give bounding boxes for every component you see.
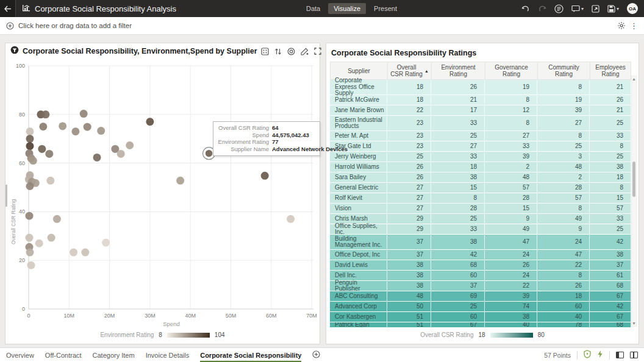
sort-icon[interactable] <box>274 48 282 55</box>
panel-split-layout-icon[interactable] <box>630 352 638 358</box>
mode-tab-data[interactable]: Data <box>301 3 326 14</box>
column-header-overall-csr-rating[interactable]: Overall CSR Rating▲ <box>388 62 432 79</box>
table-row[interactable]: General Electric271557288 <box>330 183 631 193</box>
table-row[interactable]: Eastern Industrial Products233382725 <box>330 116 631 131</box>
tooltip-row: Overall CSR Rating64 <box>216 124 315 132</box>
undo-icon[interactable] <box>521 5 530 12</box>
rating-cell: 42 <box>431 250 485 260</box>
supplier-cell: Building Management Inc. <box>330 235 387 249</box>
sort-asc-icon: ▲ <box>424 68 429 74</box>
quality-badge-icon[interactable] <box>584 350 591 361</box>
panel-left-layout-icon[interactable] <box>616 352 624 358</box>
redo-icon[interactable] <box>538 5 546 12</box>
chart-filter-icon[interactable] <box>10 46 19 57</box>
app-title: Corporate Social Responsibility Analysis <box>35 4 176 13</box>
add-sheet-icon[interactable] <box>312 350 320 360</box>
column-header-governance-rating[interactable]: Governance Rating <box>485 62 538 79</box>
scroll-handle[interactable] <box>5 185 7 207</box>
table-row[interactable]: Jerry Weinberg253339325 <box>330 152 631 162</box>
table-row[interactable]: Star Gate Ltd232733258 <box>330 141 631 152</box>
table-row[interactable]: Harrold Williams261824838 <box>330 162 631 172</box>
edit-icon[interactable] <box>301 48 309 55</box>
top-app-bar: Corporate Social Responsibility Analysis… <box>0 0 644 17</box>
sheet-tab-off-contract[interactable]: Off-Contract <box>45 348 82 362</box>
table-row[interactable]: ABC Consulting4869391867 <box>330 291 631 302</box>
data-grid-icon[interactable] <box>261 48 269 55</box>
rating-cell: 21 <box>431 95 485 105</box>
table-row[interactable]: Cor Kasbergen5160384067 <box>330 312 631 322</box>
rating-cell: 50 <box>387 302 431 311</box>
table-row[interactable]: Sara Bailey263848218 <box>330 172 631 183</box>
bolt-icon[interactable] <box>597 350 603 361</box>
settings-gear-icon[interactable] <box>617 21 626 30</box>
rating-cell: 22 <box>387 105 431 115</box>
filter-placeholder-text[interactable]: Click here or drag data to add a filter <box>18 22 132 29</box>
rating-cell: 24 <box>485 250 537 260</box>
rating-cell: 26 <box>590 95 631 105</box>
rating-cell: 40 <box>537 312 590 322</box>
history-icon[interactable] <box>554 4 564 13</box>
supplier-cell: Patrick McGwire <box>330 95 387 105</box>
target-icon[interactable] <box>287 48 295 55</box>
rating-cell: 37 <box>387 250 431 260</box>
rating-cell: 37 <box>387 235 431 249</box>
sheet-tab-corporate-social-responsibility[interactable]: Corporate Social Responsibility <box>200 348 301 362</box>
rating-cell: 57 <box>590 204 631 213</box>
add-filter-icon[interactable] <box>6 22 14 30</box>
open-in-window-icon[interactable] <box>592 5 599 13</box>
sheet-tab-overview[interactable]: Overview <box>6 348 34 362</box>
tooltip-row: Environment Rating77 <box>216 138 315 146</box>
table-color-legend: Overall CSR Rating 18 80 <box>326 332 639 338</box>
rating-cell: 48 <box>537 162 590 172</box>
table-row[interactable]: Office Supplies, Inc.293349925 <box>330 224 631 235</box>
table-row[interactable]: Peter M. Apt232527833 <box>330 131 631 141</box>
table-row[interactable]: Office Depot, Inc3742244738 <box>330 250 631 260</box>
tooltip-row: Spend44,575,042.43 <box>216 132 315 139</box>
rating-cell: 23 <box>387 116 431 130</box>
table-row[interactable]: Rolf Kievit278285715 <box>330 193 631 204</box>
rating-cell: 26 <box>431 80 485 94</box>
rating-cell: 40 <box>485 322 537 327</box>
scrollbar-thumb[interactable] <box>632 161 635 197</box>
supplier-cell: Office Depot, Inc <box>330 250 387 260</box>
column-header-environment-rating[interactable]: Environment Rating <box>432 62 485 79</box>
table-row[interactable]: Building Management Inc.3738472442 <box>330 235 631 250</box>
rating-cell: 21 <box>590 105 631 115</box>
scatter-plot[interactable]: 010M20M30M40M50M60M70M020406080100Spend <box>5 59 321 328</box>
sheet-tab-invoice-details[interactable]: Invoice Details <box>146 348 190 362</box>
table-scrollbar[interactable]: ▲ ▼ <box>631 76 637 327</box>
rating-cell: 18 <box>431 162 485 172</box>
svg-text:40M: 40M <box>185 313 196 319</box>
rating-cell: 26 <box>485 260 537 270</box>
more-menu-icon[interactable]: ⋮ <box>630 21 638 30</box>
table-row[interactable]: Patrick Egan5167407868 <box>330 322 631 328</box>
scroll-up-icon[interactable]: ▲ <box>632 77 636 81</box>
rating-cell: 38 <box>387 260 431 270</box>
comment-icon[interactable]: ▾ <box>571 5 584 13</box>
rating-cell: 9 <box>537 224 590 234</box>
table-row[interactable]: David Lewis3868262237 <box>330 260 631 271</box>
table-row[interactable]: Patrick McGwire182181926 <box>330 95 631 105</box>
supplier-cell: Harrold Williams <box>330 162 387 172</box>
table-row[interactable]: Penguin Publisher3837222668 <box>330 281 631 291</box>
rating-cell: 33 <box>590 131 631 141</box>
scroll-down-icon[interactable]: ▼ <box>632 321 636 325</box>
back-button[interactable] <box>0 0 16 17</box>
column-header-employees-rating[interactable]: Employees Rating <box>590 62 631 79</box>
rating-cell: 2 <box>537 172 590 182</box>
table-row[interactable]: Corporate Express Office Supply182619821 <box>330 80 631 95</box>
column-header-community-rating[interactable]: Community Rating <box>538 62 590 79</box>
table-row[interactable]: Jane Marie Brown2217123921 <box>330 105 631 116</box>
supplier-cell: Penguin Publisher <box>330 281 387 291</box>
maximize-icon[interactable] <box>314 48 321 55</box>
mode-tab-visualize[interactable]: Visualize <box>328 3 366 14</box>
mode-tab-present[interactable]: Present <box>368 3 402 14</box>
table-row[interactable]: Vision272815857 <box>330 204 631 214</box>
user-avatar[interactable]: OA <box>627 3 638 14</box>
save-icon[interactable]: ▾ <box>607 5 619 13</box>
points-count: 57 Points <box>544 352 571 359</box>
chart-title: Corporate Social Responsibility, Environ… <box>23 47 257 55</box>
table-row[interactable]: Advanced Corp5025746042 <box>330 302 631 312</box>
supplier-cell: Rolf Kievit <box>330 193 387 203</box>
sheet-tab-category-item[interactable]: Category Item <box>93 348 135 362</box>
